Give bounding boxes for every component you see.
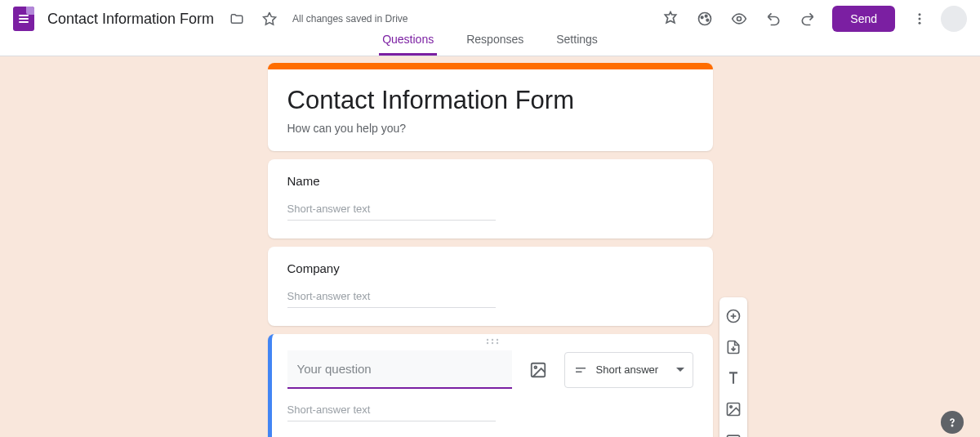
answer-placeholder: Short-answer text bbox=[287, 404, 496, 421]
tab-responses[interactable]: Responses bbox=[463, 33, 527, 56]
svg-point-23 bbox=[730, 406, 733, 408]
form-container: Contact Information Form How can you hel… bbox=[268, 63, 713, 437]
tab-questions[interactable]: Questions bbox=[379, 33, 437, 56]
save-status: All changes saved in Drive bbox=[292, 13, 408, 25]
question-type-label: Short answer bbox=[596, 363, 659, 376]
header-actions: Send bbox=[654, 2, 967, 35]
short-answer-icon bbox=[573, 363, 588, 377]
forms-logo[interactable] bbox=[13, 7, 34, 31]
question-title: Company bbox=[287, 261, 693, 275]
preview-icon[interactable] bbox=[723, 2, 755, 35]
tab-settings[interactable]: Settings bbox=[553, 33, 601, 56]
active-question-card[interactable]: Short answer Short-answer text bbox=[268, 334, 713, 437]
tab-bar: Questions Responses Settings bbox=[0, 33, 980, 56]
user-avatar[interactable] bbox=[941, 6, 967, 32]
drag-handle-icon[interactable] bbox=[486, 338, 499, 345]
svg-point-27 bbox=[951, 425, 952, 426]
add-question-icon[interactable] bbox=[719, 302, 747, 330]
send-button[interactable]: Send bbox=[832, 6, 895, 32]
svg-point-5 bbox=[919, 13, 921, 16]
svg-point-10 bbox=[496, 339, 497, 341]
add-title-icon[interactable] bbox=[719, 364, 747, 392]
redo-icon[interactable] bbox=[791, 2, 824, 35]
question-title: Name bbox=[287, 174, 693, 188]
add-image-icon[interactable] bbox=[719, 395, 747, 423]
svg-point-11 bbox=[486, 342, 488, 344]
question-header-row: Short answer bbox=[287, 350, 693, 389]
question-card[interactable]: Name Short-answer text bbox=[268, 159, 713, 239]
svg-point-3 bbox=[706, 19, 709, 21]
form-title[interactable]: Contact Information Form bbox=[287, 86, 693, 115]
svg-point-9 bbox=[491, 339, 492, 341]
question-card[interactable]: Company Short-answer text bbox=[268, 247, 713, 326]
addons-icon[interactable] bbox=[654, 2, 687, 35]
add-video-icon[interactable] bbox=[719, 426, 747, 437]
svg-point-7 bbox=[919, 22, 921, 25]
floating-toolbar bbox=[719, 297, 747, 437]
document-title[interactable]: Contact Information Form bbox=[47, 11, 214, 28]
svg-point-6 bbox=[919, 18, 921, 20]
form-canvas: Contact Information Form How can you hel… bbox=[0, 56, 980, 437]
svg-point-1 bbox=[702, 16, 704, 18]
form-title-card[interactable]: Contact Information Form How can you hel… bbox=[268, 63, 713, 151]
import-questions-icon[interactable] bbox=[719, 333, 747, 361]
undo-icon[interactable] bbox=[757, 2, 790, 35]
chevron-down-icon bbox=[676, 366, 684, 374]
move-to-folder-icon[interactable] bbox=[220, 2, 253, 35]
more-icon[interactable] bbox=[903, 2, 936, 35]
question-input[interactable] bbox=[287, 350, 512, 389]
help-icon[interactable] bbox=[941, 411, 964, 434]
form-description[interactable]: How can you help you? bbox=[287, 122, 693, 135]
svg-point-8 bbox=[486, 339, 488, 341]
add-image-icon[interactable] bbox=[522, 354, 555, 386]
customize-theme-icon[interactable] bbox=[688, 2, 721, 35]
answer-placeholder: Short-answer text bbox=[287, 290, 496, 308]
app-header: Contact Information Form All changes sav… bbox=[0, 0, 980, 33]
svg-point-12 bbox=[491, 342, 492, 344]
svg-point-15 bbox=[534, 366, 537, 368]
svg-point-4 bbox=[737, 17, 742, 21]
star-icon[interactable] bbox=[253, 2, 286, 35]
question-type-dropdown[interactable]: Short answer bbox=[564, 352, 693, 388]
svg-point-2 bbox=[706, 15, 708, 17]
svg-point-13 bbox=[496, 342, 497, 344]
svg-point-0 bbox=[699, 13, 711, 25]
answer-placeholder: Short-answer text bbox=[287, 203, 496, 221]
